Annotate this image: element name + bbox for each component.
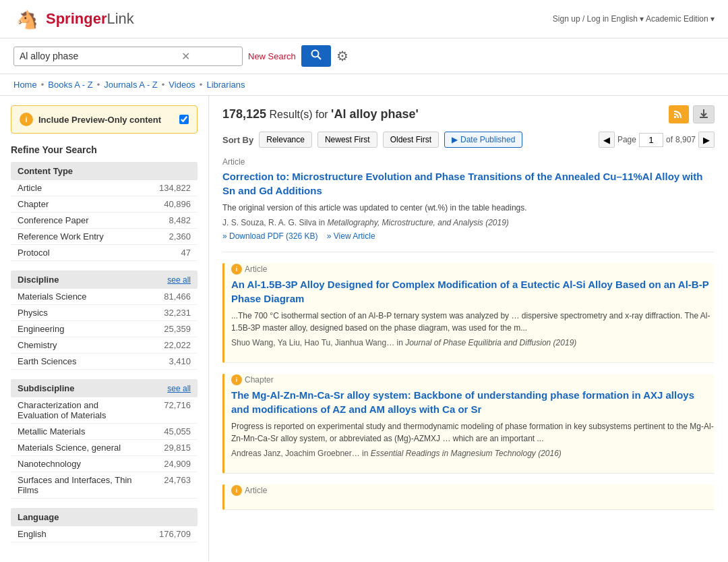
filter-engineering-count: 25,359 — [164, 324, 191, 334]
results-number: 178,125 — [222, 107, 266, 121]
filter-char-count: 72,716 — [164, 400, 191, 420]
filter-mat-general[interactable]: Materials Science, general 29,815 — [11, 440, 198, 456]
filter-physics-label: Physics — [18, 308, 48, 318]
language-header: Language — [11, 508, 198, 526]
sort-date-button[interactable]: ▶ Date Published — [444, 132, 522, 148]
sort-oldest-button[interactable]: Oldest First — [383, 132, 439, 148]
filter-metallic[interactable]: Metallic Materials 45,055 — [11, 424, 198, 440]
discipline-header: Discipline see all — [11, 271, 198, 289]
filter-chemistry[interactable]: Chemistry 22,022 — [11, 337, 198, 354]
logo-area: 🐴 Springer Link — [13, 5, 134, 32]
header-right: Sign up / Log in English ▾ Academic Edit… — [553, 14, 715, 24]
subdiscipline-header: Subdiscipline see all — [11, 379, 198, 397]
rss-button[interactable] — [669, 105, 689, 123]
filter-reference-work-label: Reference Work Entry — [18, 231, 104, 242]
filter-engineering-label: Engineering — [18, 324, 64, 334]
filter-protocol[interactable]: Protocol 47 — [11, 245, 198, 261]
page-prev-button[interactable]: ◀ — [599, 132, 615, 148]
sort-relevance-button[interactable]: Relevance — [259, 132, 312, 148]
filter-surfaces[interactable]: Surfaces and Interfaces, Thin Films 24,7… — [11, 472, 198, 499]
subdiscipline-see-all[interactable]: see all — [167, 384, 191, 393]
include-preview-section: i Include Preview-Only content — [11, 105, 198, 134]
filter-engineering[interactable]: Engineering 25,359 — [11, 321, 198, 337]
subdiscipline-label: Subdiscipline — [18, 383, 75, 393]
svg-point-2 — [311, 51, 318, 57]
main-layout: i Include Preview-Only content Refine Yo… — [0, 96, 728, 561]
result-item-4: i Article — [222, 484, 715, 510]
rss-icon — [674, 109, 684, 118]
results-text: Result(s) for 'Al alloy phase' — [270, 109, 419, 120]
filter-physics[interactable]: Physics 32,231 — [11, 305, 198, 321]
sort-label: Sort By — [222, 135, 253, 145]
nav-videos[interactable]: Videos — [169, 80, 195, 90]
content-area: 178,125 Result(s) for 'Al alloy phase' — [209, 96, 728, 561]
search-input[interactable] — [20, 51, 181, 61]
nav-books[interactable]: Books A - Z — [48, 80, 92, 90]
filter-english[interactable]: English 176,709 — [11, 526, 198, 542]
nav-bar: Home • Books A - Z • Journals A - Z • Vi… — [0, 74, 728, 96]
result-title-2[interactable]: An Al-1.5B-3P Alloy Designed for Complex… — [231, 277, 715, 306]
nav-sep-3: • — [162, 80, 165, 90]
logo-text: Springer — [46, 10, 107, 28]
nav-journals[interactable]: Journals A - Z — [104, 80, 157, 90]
result-links-1: » Download PDF (326 KB) » View Article — [222, 231, 715, 241]
filter-chapter-label: Chapter — [18, 199, 49, 209]
include-preview-checkbox[interactable] — [179, 115, 189, 124]
result-title-1[interactable]: Correction to: Microstructure Evolution … — [222, 169, 715, 198]
result-badge-4: i Article — [231, 485, 267, 496]
settings-button[interactable]: ⚙ — [336, 48, 348, 64]
page-label: Page — [617, 135, 636, 144]
result-download-pdf-1[interactable]: » Download PDF (326 KB) — [222, 231, 317, 241]
nav-librarians[interactable]: Librarians — [206, 80, 245, 90]
filter-mat-general-label: Materials Science, general — [18, 443, 121, 453]
sort-newest-button[interactable]: Newest First — [317, 132, 377, 148]
result-title-3[interactable]: The Mg-Al-Zn-Mn-Ca-Sr alloy system: Back… — [231, 388, 715, 416]
result-snippet-1: The original version of this article was… — [222, 202, 715, 214]
results-count: 178,125 Result(s) for 'Al alloy phase' — [222, 107, 419, 121]
page-next-button[interactable]: ▶ — [698, 132, 715, 148]
filter-article[interactable]: Article 134,822 — [11, 180, 198, 196]
nav-sep-4: • — [200, 80, 203, 90]
filter-protocol-count: 47 — [181, 248, 191, 258]
result-authors-1: J. S. Souza, R. A. G. Silva in Metallogr… — [222, 218, 715, 227]
filter-char-eval[interactable]: Characterization and Evaluation of Mater… — [11, 397, 198, 424]
search-icon — [311, 49, 322, 60]
page-nav: ◀ Page of 8,907 ▶ — [599, 132, 715, 148]
result-snippet-3: Progress is reported on experimental stu… — [231, 420, 715, 445]
result-badge-icon-4: i — [231, 485, 242, 496]
filter-metallic-count: 45,055 — [164, 426, 191, 437]
header-top-right: Sign up / Log in English ▾ Academic Edit… — [553, 14, 715, 24]
filter-earth-count: 3,410 — [169, 356, 191, 366]
result-view-article-1[interactable]: » View Article — [327, 231, 375, 241]
discipline-see-all[interactable]: see all — [167, 275, 191, 285]
header: 🐴 Springer Link Sign up / Log in English… — [0, 0, 728, 38]
result-snippet-2: ...The 700 °C isothermal section of an A… — [231, 310, 715, 334]
search-input-wrap: ✕ — [13, 47, 243, 66]
new-search-button[interactable]: New Search — [248, 51, 296, 61]
filter-article-label: Article — [18, 183, 42, 193]
result-type-3: Chapter — [245, 375, 274, 385]
result-type-1: Article — [222, 157, 715, 167]
nav-home[interactable]: Home — [13, 80, 37, 90]
result-badge-2: i Article — [231, 264, 267, 275]
page-input[interactable] — [639, 133, 663, 147]
search-go-button[interactable] — [301, 45, 331, 67]
filter-mat-label: Materials Science — [18, 291, 87, 302]
filter-reference-work[interactable]: Reference Work Entry 2,360 — [11, 229, 198, 245]
filter-physics-count: 32,231 — [164, 308, 191, 318]
download-button[interactable] — [693, 105, 715, 123]
results-icons — [669, 105, 715, 123]
subdiscipline-section: Subdiscipline see all Characterization a… — [11, 379, 198, 499]
filter-nano[interactable]: Nanotechnology 24,909 — [11, 456, 198, 472]
sort-bar: Sort By Relevance Newest First Oldest Fi… — [222, 132, 715, 148]
filter-earth-sciences[interactable]: Earth Sciences 3,410 — [11, 354, 198, 370]
filter-chapter-count: 40,896 — [164, 199, 191, 209]
filter-surfaces-label: Surfaces and Interfaces, Thin Films — [18, 475, 139, 495]
clear-search-button[interactable]: ✕ — [181, 50, 190, 63]
filter-nano-label: Nanotechnology — [18, 459, 81, 469]
filter-conference-paper[interactable]: Conference Paper 8,482 — [11, 213, 198, 229]
filter-materials-science[interactable]: Materials Science 81,466 — [11, 289, 198, 305]
filter-english-count: 176,709 — [159, 529, 191, 539]
filter-chapter[interactable]: Chapter 40,896 — [11, 196, 198, 213]
result-authors-3: Andreas Janz, Joachim Groebner… in Essen… — [231, 449, 715, 458]
